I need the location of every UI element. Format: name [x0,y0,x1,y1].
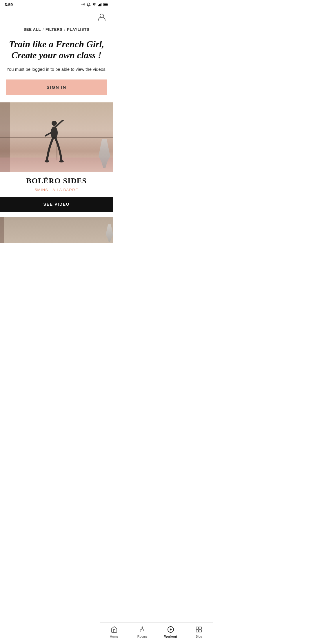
breadcrumb: SEE ALL / FILTERS / PLAYLISTS [0,26,113,36]
video-card-2 [0,217,113,243]
wifi-icon [92,3,96,7]
see-video-button-1[interactable]: SEE VIDEO [0,197,113,212]
header [0,9,113,26]
video-title-1: BOLÉRO SIDES [0,177,113,185]
t2-shelf-left [0,217,4,243]
profile-button[interactable] [96,12,107,23]
t2-silver-sculpture [106,224,113,242]
settings-icon [81,3,85,7]
svg-point-12 [59,160,64,162]
svg-rect-7 [104,4,107,6]
svg-rect-3 [99,4,100,6]
breadcrumb-filters[interactable]: FILTERS [46,27,63,32]
status-time: 3:59 [5,2,13,7]
breadcrumb-playlists[interactable]: PLAYLISTS [67,27,89,32]
sign-in-button[interactable]: SIGN IN [6,79,107,95]
video-card-1: BOLÉRO SIDES 5MINS . À LA BARRE SEE VIDE… [0,102,113,212]
breadcrumb-see-all[interactable]: SEE ALL [23,27,41,32]
svg-point-9 [52,121,57,126]
main-content: Train like a French Girl, Create your ow… [0,36,113,95]
video-thumbnail-2[interactable] [0,217,113,243]
page-headline: Train like a French Girl, Create your ow… [6,39,107,61]
svg-point-11 [45,160,49,162]
svg-rect-2 [98,5,99,6]
thumbnail-scene-1 [0,102,113,172]
status-bar: 3:59 [0,0,113,9]
video-thumbnail-1[interactable] [0,102,113,172]
dancer-silhouette [43,120,66,166]
person-icon [97,12,106,22]
svg-point-0 [83,4,84,5]
status-icons [81,3,108,7]
video-meta-1: 5MINS . À LA BARRE [0,188,113,192]
svg-rect-5 [101,3,102,6]
thumbnail-scene-2 [0,217,113,243]
notification-icon [87,3,91,7]
svg-point-1 [94,6,94,6]
breadcrumb-sep-2: / [64,27,65,32]
battery-icon [103,3,108,7]
login-subtext: You must be logged in to be able to view… [6,66,107,73]
video-info-1: BOLÉRO SIDES 5MINS . À LA BARRE [0,172,113,192]
breadcrumb-sep-1: / [43,27,44,32]
signal-icon [98,3,102,7]
svg-rect-4 [100,4,101,6]
